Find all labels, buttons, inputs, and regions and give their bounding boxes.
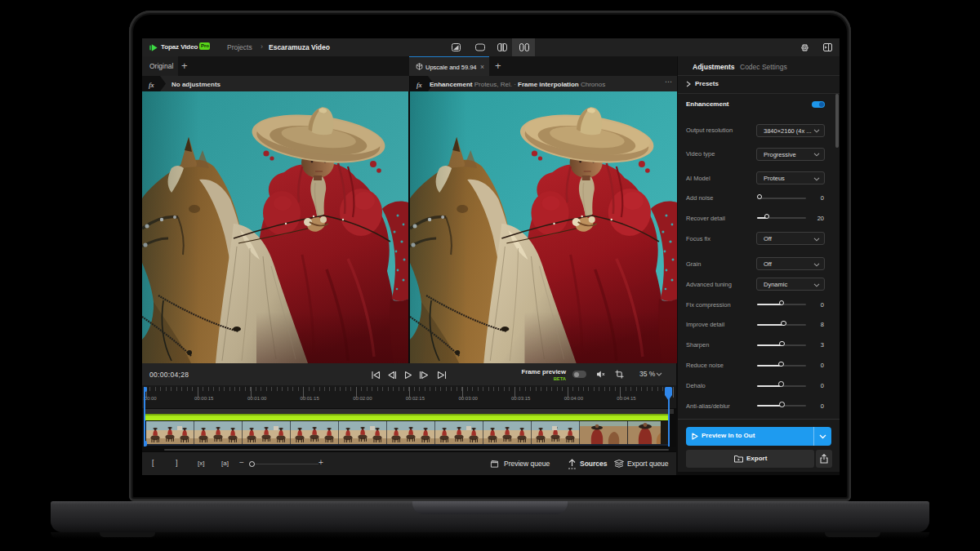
svg-text:fx: fx [416, 81, 422, 89]
svg-text:fx: fx [149, 81, 154, 89]
